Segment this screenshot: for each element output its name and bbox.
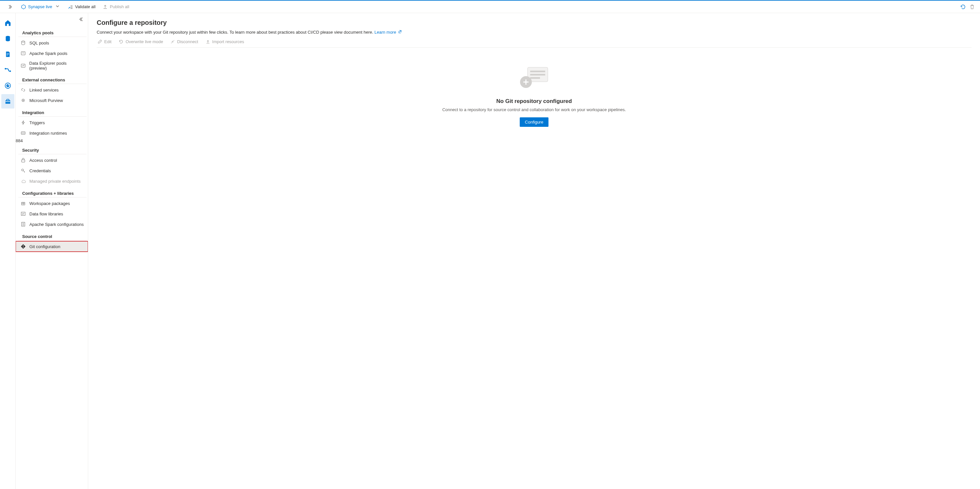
home-icon (4, 19, 11, 27)
external-link-icon (398, 30, 402, 35)
validate-all-button[interactable]: Validate all (68, 4, 96, 10)
publish-label: Publish all (110, 4, 129, 9)
disconnect-icon (170, 39, 175, 44)
refresh-button[interactable] (958, 2, 967, 11)
empty-illustration (516, 61, 552, 94)
nav-data-flow-libraries[interactable]: Data flow libraries (16, 209, 88, 219)
rail-develop[interactable] (1, 47, 14, 61)
mode-selector[interactable]: Synapse live (21, 4, 52, 10)
nav-apache-spark-configs[interactable]: Apache Spark configurations (16, 219, 88, 229)
empty-heading: No Git repository configured (496, 98, 572, 105)
svg-point-22 (23, 247, 24, 248)
svg-point-3 (10, 70, 11, 72)
access-control-icon (20, 157, 26, 163)
linked-services-icon (20, 87, 26, 93)
gauge-icon (4, 82, 11, 89)
section-security: Security (18, 146, 87, 154)
trash-icon (969, 4, 975, 10)
nav-label: Data Explorer pools (preview) (29, 61, 84, 71)
command-bar: Edit Overwrite live mode Disconnect Impo… (97, 39, 972, 48)
expand-nav-icon[interactable] (6, 3, 14, 11)
spark-pool-icon (20, 50, 26, 56)
nav-credentials[interactable]: Credentials (16, 166, 88, 176)
nav-microsoft-purview[interactable]: Microsoft Purview (16, 95, 88, 105)
svg-point-15 (24, 133, 24, 133)
nav-access-control[interactable]: Access control (16, 155, 88, 166)
dataflow-icon (20, 211, 26, 217)
learn-more-link[interactable]: Learn more (374, 30, 402, 35)
toolbox-icon (4, 98, 11, 105)
topbar: Synapse live Validate all Publish all (0, 0, 980, 13)
database-icon (4, 35, 11, 42)
checklist-icon (68, 4, 73, 10)
nav-linked-services[interactable]: Linked services (16, 84, 88, 95)
packages-icon (20, 201, 26, 206)
nav-label: Access control (29, 158, 57, 163)
svg-rect-24 (530, 71, 545, 72)
upload-icon (103, 4, 108, 10)
ir-icon (20, 130, 26, 136)
nav-label: Triggers (29, 120, 45, 125)
validate-label: Validate all (75, 4, 96, 9)
collapse-sidebar-icon[interactable] (80, 17, 84, 22)
cmd-import: Import resources (205, 39, 244, 44)
cmd-label: Disconnect (177, 39, 198, 44)
nav-git-configuration[interactable]: Git configuration (16, 241, 88, 252)
spark-config-icon (20, 221, 26, 227)
nav-label: SQL pools (29, 41, 49, 45)
section-analytics-pools: Analytics pools (18, 29, 87, 37)
discard-button[interactable] (967, 2, 977, 11)
mode-label: Synapse live (28, 4, 52, 9)
svg-rect-16 (22, 160, 25, 162)
nav-apache-spark-pools[interactable]: Apache Spark pools (16, 48, 88, 59)
svg-rect-25 (530, 74, 545, 75)
page-title: Configure a repository (97, 19, 972, 27)
dx-pool-icon (20, 63, 26, 68)
credentials-icon (20, 168, 26, 174)
section-external-connections: External connections (18, 75, 87, 84)
nav-rail (0, 13, 16, 489)
configure-button[interactable]: Configure (520, 117, 549, 127)
rail-monitor[interactable] (1, 78, 14, 93)
sidebar: Analytics pools SQL pools Apache Spark p… (16, 13, 88, 489)
mpe-icon (20, 178, 26, 184)
svg-rect-6 (5, 101, 10, 102)
nav-label: Workspace packages (29, 201, 70, 206)
nav-label: Git configuration (29, 244, 60, 249)
purview-icon (20, 97, 26, 103)
main-content: Configure a repository Connect your work… (88, 13, 980, 489)
svg-point-14 (23, 133, 24, 133)
svg-point-7 (22, 41, 25, 42)
svg-rect-26 (530, 77, 540, 79)
rail-integrate[interactable] (1, 63, 14, 77)
nav-data-explorer-pools[interactable]: Data Explorer pools (preview) (16, 59, 88, 73)
pipeline-icon (4, 66, 11, 73)
import-icon (205, 39, 210, 44)
svg-rect-19 (21, 212, 25, 215)
nav-triggers[interactable]: Triggers (16, 117, 88, 128)
nav-label: Apache Spark configurations (29, 222, 84, 227)
edit-icon (97, 39, 102, 44)
cmd-overwrite: Overwrite live mode (119, 39, 163, 44)
nav-label: Data flow libraries (29, 212, 63, 217)
nav-label: Integration runtimes (29, 131, 67, 135)
empty-state: No Git repository configured Connect to … (97, 61, 972, 127)
document-icon (4, 51, 11, 58)
svg-marker-0 (22, 5, 25, 9)
svg-point-21 (23, 245, 24, 246)
nav-integration-runtimes[interactable]: Integration runtimes (16, 128, 88, 138)
nav-workspace-packages[interactable]: Workspace packages (16, 198, 88, 209)
rail-manage[interactable] (1, 94, 14, 108)
nav-label: Linked services (29, 88, 59, 92)
nav-label: Managed private endpoints (29, 179, 81, 184)
cmd-edit: Edit (97, 39, 111, 44)
sql-pool-icon (20, 40, 26, 46)
hexagon-icon (21, 4, 26, 10)
nav-managed-private-endpoints: Managed private endpoints (16, 176, 88, 186)
rail-data[interactable] (1, 31, 14, 46)
nav-sql-pools[interactable]: SQL pools (16, 38, 88, 48)
chevron-down-icon[interactable] (54, 4, 61, 9)
svg-point-11 (23, 100, 24, 101)
rail-home[interactable] (1, 16, 14, 30)
triggers-icon (20, 119, 26, 126)
